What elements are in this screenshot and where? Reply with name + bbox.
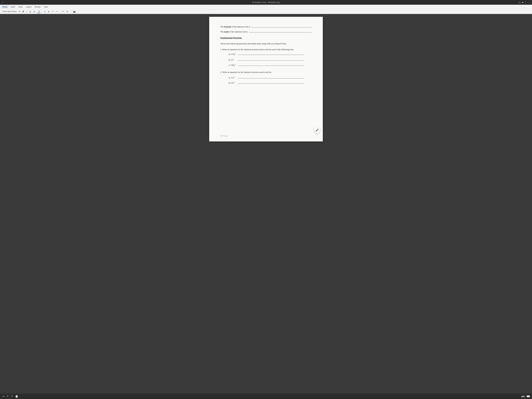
clipboard-icon[interactable]: 📋	[15, 395, 18, 398]
title-bar-left: ‹	[2, 1, 3, 4]
page-number: 8 | P a g e	[220, 135, 228, 137]
underline-button[interactable]: U	[29, 10, 32, 13]
bullets-button[interactable]: ≡	[43, 10, 46, 13]
styles-button[interactable]: A÷	[66, 10, 70, 13]
search-icon[interactable]: ●	[522, 1, 523, 4]
title-bar-right: ◻ ● ⤴ ⋯	[519, 1, 530, 4]
tab-icon[interactable]: ⇥	[2, 395, 4, 398]
font-name[interactable]: Times New Roma	[2, 10, 17, 13]
color-a-label: A	[38, 10, 40, 12]
q1c-label: c) SO42−	[228, 63, 237, 67]
keyboard-icon[interactable]: ⌨	[527, 395, 530, 398]
italic-button[interactable]: I	[26, 10, 28, 13]
biu-label[interactable]: BIU	[521, 395, 525, 398]
name-text: The name of the unknown salt is	[220, 30, 248, 33]
formula-text: The formula of the unknown salt is	[220, 25, 250, 28]
title-bar: ‹ E4 Analysis of Ions - Revised(1) copy …	[0, 0, 532, 5]
indent-button[interactable]: ⇨	[55, 10, 59, 13]
app-container: The formula of the unknown salt is The n…	[0, 14, 532, 394]
menu-review[interactable]: Review	[33, 5, 42, 8]
undo-icon[interactable]: ↶	[6, 395, 9, 398]
redo-icon[interactable]: ↷	[11, 395, 13, 398]
toolbar: Times New Roma 14 B I U A.. A ≡ ≣ ⇦ ⇨ ✏ …	[0, 9, 532, 14]
q2b-label: b) Fe3+	[228, 81, 237, 85]
page-footer: 8 | P a g e	[220, 135, 228, 137]
formula-answer-line[interactable]	[251, 27, 312, 27]
menu-bar: Home Insert Draw Layout Review View	[0, 5, 532, 9]
share-icon[interactable]: ⤴	[525, 1, 526, 4]
q1a-label: a) CO32−	[228, 52, 237, 56]
q1b-label: b) Cl−	[228, 58, 237, 62]
document-page: The formula of the unknown salt is The n…	[209, 17, 323, 141]
back-icon[interactable]: ‹	[2, 1, 3, 4]
outdent-button[interactable]: ⇦	[51, 10, 54, 13]
q2a-label: a) Ca2+	[228, 76, 237, 79]
q2a-answer-line[interactable]	[238, 78, 304, 78]
font-size[interactable]: 14	[18, 10, 21, 13]
question-2-subitems: a) Ca2+ b) Fe3+	[228, 76, 312, 85]
intro-text: Answer the following questions and submi…	[220, 43, 286, 45]
bottom-bar-right: BIU ⌨	[521, 395, 530, 398]
supplemental-heading-container: Supplemental Questions	[220, 36, 312, 39]
question-1-text: 1. Write an equation for the chemical re…	[220, 48, 294, 51]
formula-line: The formula of the unknown salt is	[220, 25, 312, 28]
picture-button[interactable]: 📷	[72, 10, 76, 13]
menu-view[interactable]: View	[43, 5, 49, 8]
question-2: 2. Write an equation for the chemical re…	[220, 70, 312, 85]
toolbar-divider-3	[71, 10, 71, 13]
toolbar-divider-1	[42, 10, 42, 13]
q2b-answer-line[interactable]	[238, 83, 304, 84]
question-2-text: 2. Write an equation for the chemical re…	[220, 71, 272, 73]
highlight-button[interactable]: A..	[32, 10, 37, 13]
q1-item-a: a) CO32−	[228, 52, 312, 56]
toolbar-divider-2	[60, 10, 60, 13]
bottom-bar: ⇥ ↶ ↷ 📋 BIU ⌨	[0, 394, 532, 399]
format-button[interactable]: ✏	[62, 10, 65, 13]
phone-icon[interactable]: ◻	[519, 1, 520, 4]
q1c-answer-line[interactable]	[238, 66, 304, 66]
menu-insert[interactable]: Insert	[9, 5, 17, 8]
name-line: The name of the unknown salt is	[220, 30, 312, 33]
supplemental-heading: Supplemental Questions	[220, 36, 312, 39]
document-title: E4 Analysis of Ions - Revised(1) copy	[252, 1, 280, 3]
mic-button[interactable]: 🎤	[314, 127, 320, 133]
mic-icon: 🎤	[315, 128, 319, 132]
menu-draw[interactable]: Draw	[17, 5, 24, 8]
menu-layout[interactable]: Layout	[25, 5, 33, 8]
question-1-subitems: a) CO32− b) Cl− c) SO42−	[228, 52, 312, 67]
q1-item-c: c) SO42−	[228, 63, 312, 67]
question-1: 1. Write an equation for the chemical re…	[220, 48, 312, 67]
bold-button[interactable]: B	[22, 10, 25, 13]
numbered-list-button[interactable]: ≣	[47, 10, 50, 13]
q1b-answer-line[interactable]	[238, 60, 304, 61]
name-answer-line[interactable]	[249, 32, 312, 32]
more-icon[interactable]: ⋯	[527, 1, 530, 4]
intro-paragraph: Answer the following questions and submi…	[220, 42, 312, 45]
q1-item-b: b) Cl−	[228, 58, 312, 62]
menu-home[interactable]: Home	[1, 5, 9, 8]
q2-item-a: a) Ca2+	[228, 76, 312, 79]
q2-item-b: b) Fe3+	[228, 81, 312, 85]
font-color-button[interactable]: A	[38, 10, 40, 13]
bottom-bar-left: ⇥ ↶ ↷ 📋	[2, 395, 18, 398]
